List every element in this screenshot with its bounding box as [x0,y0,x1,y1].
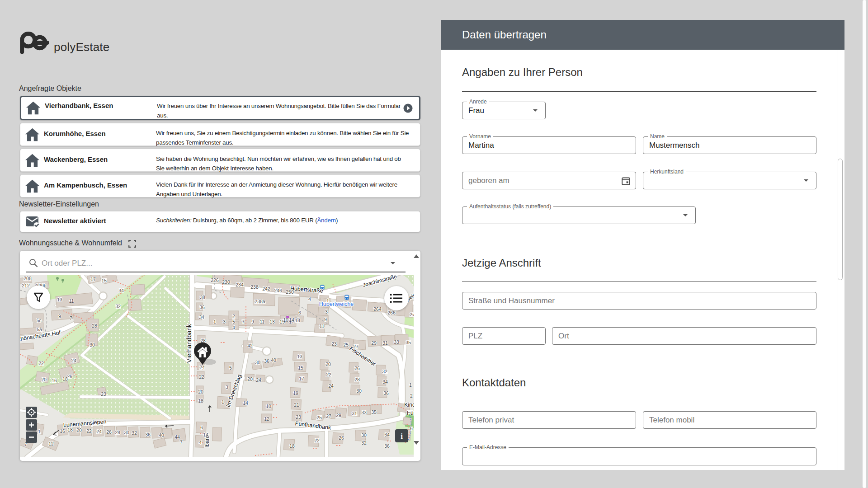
svg-text:30: 30 [90,342,95,347]
svg-text:35: 35 [371,409,377,415]
svg-text:32: 32 [115,304,121,309]
svg-text:20: 20 [326,361,331,367]
svg-text:4: 4 [199,440,202,445]
svg-text:1: 1 [409,382,412,388]
svg-text:234: 234 [236,282,244,287]
svg-text:32: 32 [382,369,387,374]
svg-text:17: 17 [90,277,96,282]
svg-text:266: 266 [387,310,396,315]
svg-text:1: 1 [326,298,329,303]
svg-text:33: 33 [394,339,399,345]
svg-text:2: 2 [232,314,235,319]
svg-text:18: 18 [295,318,300,323]
svg-text:22: 22 [199,374,204,380]
svg-text:Kinderta: Kinderta [404,402,414,408]
svg-text:Hubertweiche: Hubertweiche [319,301,354,307]
svg-text:34: 34 [199,314,204,320]
svg-text:15: 15 [101,278,107,283]
svg-text:36: 36 [199,305,205,310]
svg-text:26: 26 [67,374,72,379]
svg-text:36: 36 [383,390,389,396]
svg-text:32: 32 [132,430,137,436]
svg-text:22: 22 [38,361,44,366]
svg-text:34: 34 [118,288,124,293]
svg-text:13: 13 [269,319,275,324]
svg-text:6: 6 [200,425,203,430]
svg-text:20: 20 [247,376,253,382]
svg-text:250: 250 [286,289,294,295]
svg-text:14: 14 [243,400,248,406]
svg-text:13: 13 [57,297,62,302]
svg-text:7: 7 [180,439,183,445]
svg-text:11: 11 [260,319,265,324]
svg-text:2: 2 [410,393,413,399]
svg-text:23: 23 [331,341,337,347]
svg-text:40: 40 [271,357,276,363]
svg-text:30: 30 [361,432,367,438]
svg-text:9: 9 [251,319,254,324]
svg-text:11: 11 [320,324,325,329]
svg-text:34: 34 [384,432,390,437]
svg-text:12: 12 [48,441,54,446]
svg-text:20: 20 [41,377,47,382]
svg-text:25: 25 [343,342,349,347]
svg-text:30: 30 [255,360,260,365]
svg-text:10: 10 [283,317,288,323]
svg-text:5: 5 [229,365,232,371]
svg-text:22: 22 [314,438,320,443]
svg-text:15: 15 [298,365,303,371]
svg-text:264: 264 [373,306,382,312]
svg-text:14: 14 [289,317,294,323]
svg-text:7: 7 [70,315,72,321]
svg-text:24: 24 [199,365,205,370]
svg-text:21: 21 [294,402,299,408]
svg-text:226: 226 [211,277,219,283]
svg-text:31: 31 [382,340,388,346]
svg-text:16: 16 [60,428,65,434]
svg-text:27: 27 [410,312,414,317]
svg-text:18: 18 [67,427,73,432]
svg-text:35: 35 [406,340,411,345]
svg-text:i: i [401,432,403,441]
svg-text:34: 34 [382,379,388,385]
svg-text:26: 26 [354,366,360,371]
svg-text:27: 27 [326,413,331,419]
svg-text:32: 32 [361,440,367,446]
svg-text:212: 212 [22,283,30,288]
svg-text:30: 30 [124,430,129,435]
svg-text:Vierhandbank: Vierhandbank [185,324,193,363]
svg-text:27: 27 [353,344,359,349]
svg-text:26: 26 [339,435,344,441]
svg-text:3: 3 [325,309,328,314]
svg-text:5: 5 [232,319,235,324]
svg-text:18: 18 [198,398,203,404]
svg-text:5c: 5c [36,318,41,323]
svg-text:4: 4 [308,296,311,302]
svg-text:11: 11 [69,298,74,304]
svg-text:12: 12 [264,416,269,422]
svg-text:Fünfha: Fünfha [407,410,414,416]
svg-text:42: 42 [247,343,253,348]
svg-text:10: 10 [266,404,271,409]
svg-text:24: 24 [96,429,102,434]
svg-text:14: 14 [203,432,208,437]
svg-text:230: 230 [222,279,230,285]
svg-text:1: 1 [213,319,216,324]
svg-text:36: 36 [384,443,390,449]
svg-text:25: 25 [316,415,322,420]
svg-text:44: 44 [175,434,180,440]
svg-text:33: 33 [361,410,367,415]
svg-text:28: 28 [92,323,97,328]
svg-text:238a: 238a [255,299,265,304]
svg-text:28: 28 [115,430,120,435]
svg-text:7: 7 [242,319,245,324]
svg-text:31: 31 [352,411,357,416]
svg-text:29: 29 [371,340,377,346]
svg-text:9: 9 [324,317,327,322]
svg-text:3: 3 [226,385,228,390]
svg-text:3: 3 [223,319,226,324]
svg-text:5a: 5a [37,327,42,332]
svg-text:40: 40 [159,432,164,438]
svg-text:6: 6 [298,310,301,315]
svg-text:36: 36 [145,432,151,437]
